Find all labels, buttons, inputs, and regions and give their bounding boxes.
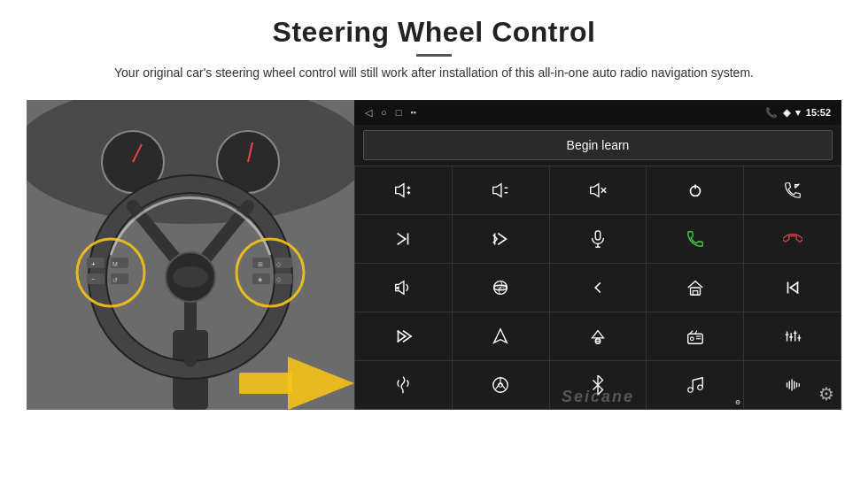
nav-home-icon: ○	[381, 107, 387, 118]
svg-marker-67	[593, 331, 604, 338]
status-nav-icons: ◁ ○ □ ▪▪	[365, 107, 416, 119]
location-status-icon: ◈	[783, 107, 790, 119]
svg-line-88	[496, 383, 501, 389]
voice-button[interactable]	[355, 361, 452, 409]
bluetooth-button[interactable]	[550, 361, 647, 409]
next-track-button[interactable]	[355, 215, 452, 263]
svg-line-89	[500, 383, 506, 389]
skip-back-button[interactable]	[744, 264, 841, 312]
svg-text:−: −	[91, 276, 95, 282]
svg-rect-53	[595, 231, 601, 240]
begin-learn-button[interactable]: Begin learn	[363, 130, 833, 160]
svg-marker-34	[396, 184, 404, 197]
fast-forward-button[interactable]	[355, 312, 452, 360]
svg-text:↺: ↺	[112, 277, 118, 283]
title-divider	[416, 54, 452, 57]
phone-prev-button[interactable]	[744, 166, 841, 214]
svg-marker-66	[494, 329, 508, 343]
phone-accept-button[interactable]	[647, 215, 743, 263]
svg-text:◀: ◀	[395, 284, 399, 290]
title-section: Steering Wheel Control Your original car…	[114, 16, 754, 82]
equalizer-button[interactable]	[744, 312, 841, 360]
android-panel: ◁ ○ □ ▪▪ 📞 ◈ ▾ 15:52 Begin learn	[354, 100, 841, 410]
time-display: 15:52	[806, 107, 831, 118]
page-container: Steering Wheel Control Your original car…	[0, 0, 868, 485]
page-title: Steering Wheel Control	[114, 16, 754, 49]
radio-button[interactable]	[647, 312, 743, 360]
prev-skip-button[interactable]	[453, 215, 549, 263]
svg-text:⊞: ⊞	[258, 261, 263, 267]
svg-rect-15	[87, 258, 105, 268]
settings-gear-icon[interactable]: ⚙	[818, 383, 834, 404]
status-right-icons: 📞 ◈ ▾ 15:52	[765, 107, 831, 119]
home-button[interactable]	[647, 264, 743, 312]
svg-point-13	[173, 266, 208, 288]
phone-end-button[interactable]	[744, 215, 841, 263]
navigate-button[interactable]	[453, 312, 549, 360]
svg-point-71	[690, 337, 694, 341]
vol-down-button[interactable]	[453, 166, 549, 214]
subtitle: Your original car's steering wheel contr…	[114, 64, 754, 82]
svg-marker-39	[493, 184, 501, 197]
svg-text:+: +	[91, 260, 96, 268]
wifi-status-icon: ▾	[795, 107, 801, 119]
svg-text:M: M	[112, 261, 118, 267]
svg-marker-42	[591, 184, 599, 197]
icon-grid: ◀ 360°	[354, 166, 841, 410]
signal-icon: ▪▪	[410, 108, 415, 117]
content-row: + − M ↺ ⊞ ◈ ◇ ◇	[27, 100, 841, 410]
vol-up-button[interactable]	[355, 166, 452, 214]
music-button[interactable]: ⚙	[647, 361, 743, 409]
steering-wheel-section: + − M ↺ ⊞ ◈ ◇ ◇	[27, 100, 354, 410]
svg-rect-33	[239, 373, 292, 394]
begin-learn-bar: Begin learn	[354, 125, 841, 166]
svg-text:360°: 360°	[498, 287, 507, 291]
360-view-button[interactable]: 360°	[453, 264, 549, 312]
steering-wheel-button[interactable]	[453, 361, 549, 409]
mute-button[interactable]	[550, 166, 647, 214]
svg-point-1	[27, 100, 354, 224]
nav-square-icon: □	[396, 107, 402, 118]
eject-button[interactable]	[550, 312, 647, 360]
svg-rect-16	[87, 273, 105, 284]
nav-back-icon: ◁	[365, 107, 372, 119]
svg-point-91	[698, 385, 703, 390]
phone-status-icon: 📞	[765, 107, 778, 119]
power-button[interactable]	[647, 166, 743, 214]
speaker-button[interactable]: ◀	[355, 264, 452, 312]
back-button[interactable]	[550, 264, 647, 312]
svg-point-90	[688, 388, 694, 393]
android-status-bar: ◁ ○ □ ▪▪ 📞 ◈ ▾ 15:52	[354, 100, 841, 125]
microphone-button[interactable]	[550, 215, 647, 263]
